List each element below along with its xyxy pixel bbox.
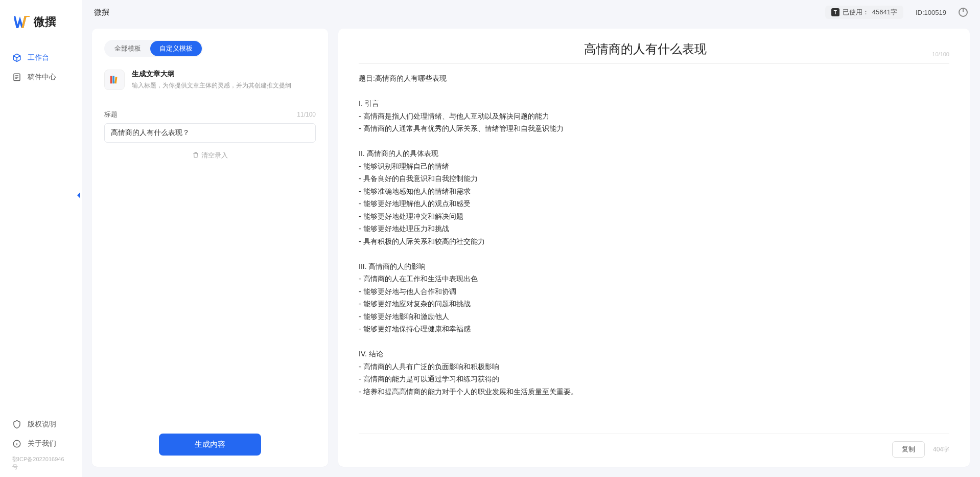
main: 全部模板 自定义模板 生成文章大纲 输入标题，为你提供文章主体的灵感，并为其创建… <box>92 29 970 467</box>
power-icon[interactable] <box>959 8 968 17</box>
template-tabs: 全部模板 自定义模板 <box>104 40 203 57</box>
template-title: 生成文章大纲 <box>132 70 291 79</box>
sidebar-item-drafts[interactable]: 稿件中心 <box>0 67 82 87</box>
sidebar-item-copyright[interactable]: 版权说明 <box>0 415 82 434</box>
clear-input-button[interactable]: 清空录入 <box>104 151 316 160</box>
user-id: ID:100519 <box>916 9 946 16</box>
copy-button[interactable]: 复制 <box>892 441 925 458</box>
top-bar: 微撰 T 已使用：45641字 ID:100519 <box>82 0 980 25</box>
title-input[interactable] <box>104 123 316 143</box>
logo-text: 微撰 <box>34 14 56 30</box>
sidebar-item-label: 工作台 <box>28 53 49 62</box>
sidebar-item-about[interactable]: 关于我们 <box>0 434 82 453</box>
cube-icon <box>12 53 21 62</box>
output-title[interactable]: 高情商的人有什么表现 <box>359 41 932 57</box>
template-card[interactable]: 生成文章大纲 输入标题，为你提供文章主体的灵感，并为其创建推文提纲 <box>104 66 316 100</box>
output-title-count: 10/100 <box>932 51 949 57</box>
sidebar: 微撰 工作台 稿件中心 版权说明 关于我们 鄂ICP备2022016946号 <box>0 0 82 477</box>
document-icon <box>12 73 21 82</box>
usage-badge[interactable]: T 已使用：45641字 <box>825 6 903 19</box>
usage-prefix: 已使用： <box>843 8 869 17</box>
logo-mark-icon <box>14 16 30 28</box>
sidebar-collapse-handle[interactable] <box>75 189 83 201</box>
sidebar-item-label: 稿件中心 <box>28 73 56 82</box>
template-desc: 输入标题，为你提供文章主体的灵感，并为其创建推文提纲 <box>132 81 291 90</box>
field-char-count: 11/100 <box>297 111 316 118</box>
sidebar-item-label: 版权说明 <box>28 420 56 429</box>
books-icon <box>104 70 125 90</box>
generate-button[interactable]: 生成内容 <box>159 434 261 456</box>
svg-rect-4 <box>114 77 117 83</box>
output-body[interactable]: 题目:高情商的人有哪些表现 I. 引言 - 高情商是指人们处理情绪、与他人互动以… <box>359 72 949 429</box>
svg-rect-2 <box>110 76 112 84</box>
logo[interactable]: 微撰 <box>0 14 82 48</box>
field-label-title: 标题 <box>104 110 118 119</box>
output-panel: 高情商的人有什么表现 10/100 题目:高情商的人有哪些表现 I. 引言 - … <box>338 29 970 467</box>
icp-text: 鄂ICP备2022016946号 <box>0 453 82 473</box>
tab-custom-templates[interactable]: 自定义模板 <box>150 41 202 56</box>
trash-icon <box>192 151 199 160</box>
info-icon <box>12 439 21 448</box>
sidebar-item-label: 关于我们 <box>28 439 56 448</box>
output-word-count: 404字 <box>933 445 949 454</box>
shield-icon <box>12 420 21 429</box>
svg-rect-3 <box>112 76 114 84</box>
usage-value: 45641字 <box>872 8 897 17</box>
tab-all-templates[interactable]: 全部模板 <box>105 41 150 56</box>
sidebar-item-workspace[interactable]: 工作台 <box>0 48 82 67</box>
clear-label: 清空录入 <box>201 151 228 160</box>
input-panel: 全部模板 自定义模板 生成文章大纲 输入标题，为你提供文章主体的灵感，并为其创建… <box>92 29 328 467</box>
page-title: 微撰 <box>94 8 109 17</box>
text-icon: T <box>831 8 839 16</box>
